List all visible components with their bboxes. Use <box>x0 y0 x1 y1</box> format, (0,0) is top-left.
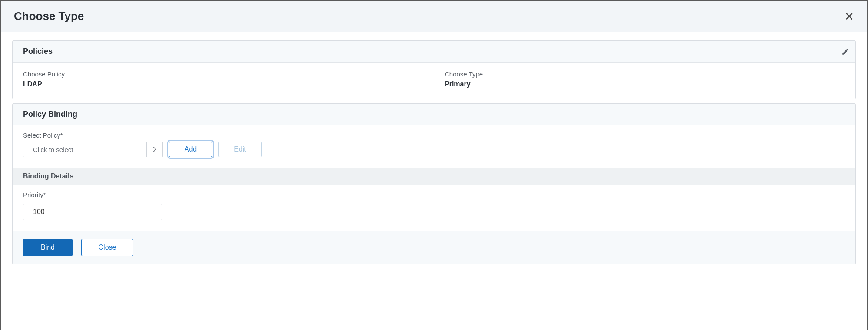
policies-panel: Policies Choose Policy LDAP Choose Type … <box>12 40 856 99</box>
choose-policy-label: Choose Policy <box>23 70 423 78</box>
dialog-header: Choose Type ✕ <box>1 1 867 32</box>
choose-policy-col: Choose Policy LDAP <box>13 63 434 99</box>
pencil-icon[interactable] <box>835 43 855 60</box>
close-button[interactable]: Close <box>81 239 133 256</box>
binding-details-section: Priority* <box>13 185 855 231</box>
policies-title: Policies <box>23 47 53 56</box>
dialog-title: Choose Type <box>14 10 84 23</box>
choose-type-col: Choose Type Primary <box>434 63 855 99</box>
select-policy-label: Select Policy* <box>23 132 845 139</box>
edit-button: Edit <box>218 142 262 157</box>
policy-binding-header: Policy Binding <box>13 104 855 125</box>
choose-type-value: Primary <box>445 80 845 88</box>
policies-panel-body: Choose Policy LDAP Choose Type Primary <box>13 63 855 99</box>
binding-details-header: Binding Details <box>13 168 855 185</box>
bind-button[interactable]: Bind <box>23 239 73 256</box>
policy-binding-panel: Policy Binding Select Policy* Add Edit B… <box>12 103 856 264</box>
chevron-right-icon[interactable] <box>146 142 163 157</box>
select-policy-group <box>23 142 163 157</box>
priority-input[interactable] <box>23 204 162 220</box>
policies-panel-header: Policies <box>13 41 855 63</box>
choose-type-label: Choose Type <box>445 70 845 78</box>
priority-label: Priority* <box>23 191 845 198</box>
select-policy-section: Select Policy* Add Edit <box>13 125 855 168</box>
dialog-footer: Bind Close <box>13 231 855 264</box>
add-button[interactable]: Add <box>169 142 212 157</box>
close-icon[interactable]: ✕ <box>845 11 854 22</box>
dialog-content: Policies Choose Policy LDAP Choose Type … <box>1 32 867 273</box>
policy-binding-title: Policy Binding <box>23 110 77 119</box>
select-policy-row: Add Edit <box>23 142 845 157</box>
select-policy-input[interactable] <box>23 142 146 157</box>
choose-policy-value: LDAP <box>23 80 423 88</box>
